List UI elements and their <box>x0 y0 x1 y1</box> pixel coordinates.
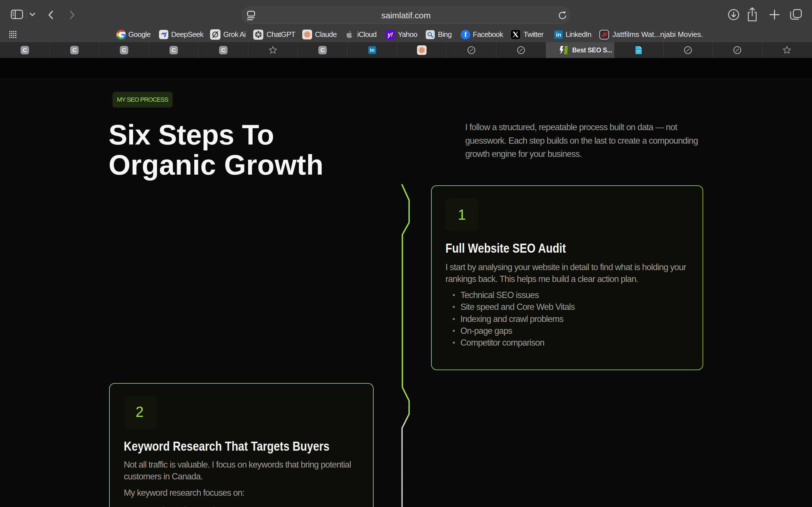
svg-text:WEBP: WEBP <box>637 50 641 52</box>
